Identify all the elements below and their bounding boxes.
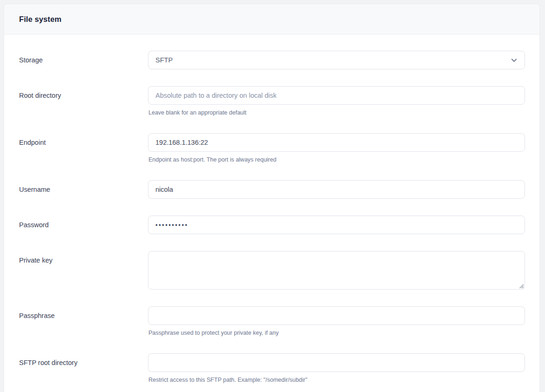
sftp-root-directory-input[interactable]	[148, 353, 525, 372]
sftp-root-directory-hint: Restrict access to this SFTP path. Examp…	[148, 377, 525, 384]
resize-handle-icon[interactable]	[518, 283, 524, 289]
passphrase-hint: Passphrase used to protect your private …	[148, 330, 525, 337]
form-row-password: Password	[19, 216, 525, 234]
root-directory-input[interactable]	[148, 86, 525, 105]
username-input[interactable]	[148, 180, 525, 199]
username-label: Username	[19, 180, 148, 194]
passphrase-input[interactable]	[148, 306, 525, 325]
form-row-username: Username	[19, 180, 525, 199]
sftp-root-directory-label: SFTP root directory	[19, 353, 148, 367]
passphrase-label: Passphrase	[19, 306, 148, 320]
password-label: Password	[19, 216, 148, 230]
form-row-endpoint: Endpoint Endpoint as host:port. The port…	[19, 133, 525, 163]
panel-header: File system	[4, 4, 539, 34]
form-row-storage: Storage SFTP	[19, 51, 525, 69]
root-directory-hint: Leave blank for an appropriate default	[148, 109, 525, 116]
form-row-private-key: Private key	[19, 251, 525, 290]
file-system-panel: File system Storage SFTP Root directory	[4, 4, 540, 392]
panel-title: File system	[19, 15, 61, 24]
password-input[interactable]	[148, 216, 525, 234]
endpoint-label: Endpoint	[19, 133, 148, 147]
root-directory-label: Root directory	[19, 86, 148, 100]
file-system-form: Storage SFTP Root directory Leave blank …	[4, 34, 539, 392]
form-row-passphrase: Passphrase Passphrase used to protect yo…	[19, 306, 525, 337]
private-key-textarea[interactable]	[148, 251, 525, 290]
storage-label: Storage	[19, 51, 148, 65]
endpoint-hint: Endpoint as host:port. The port is alway…	[148, 156, 525, 163]
endpoint-input[interactable]	[148, 133, 525, 152]
form-row-root-directory: Root directory Leave blank for an approp…	[19, 86, 525, 116]
private-key-label: Private key	[19, 251, 148, 265]
storage-select[interactable]: SFTP	[148, 51, 525, 69]
form-row-sftp-root-directory: SFTP root directory Restrict access to t…	[19, 353, 525, 384]
